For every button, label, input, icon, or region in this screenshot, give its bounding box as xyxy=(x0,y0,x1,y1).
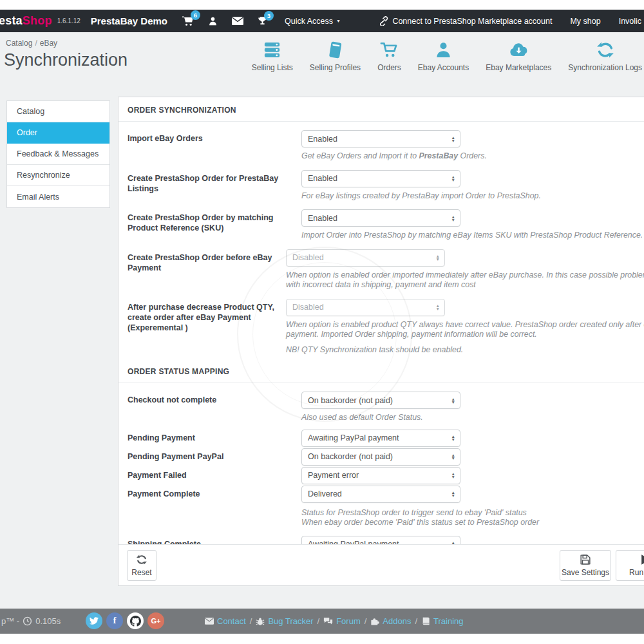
addons-link[interactable]: Addons xyxy=(370,616,411,626)
reset-label: Reset xyxy=(131,568,151,577)
badges-notifications-button[interactable]: 3 xyxy=(258,16,267,26)
play-icon xyxy=(639,554,644,565)
create-order-prestabay-listings-select[interactable]: Enabled ▲▼ xyxy=(301,170,460,187)
section-title-order-status-mapping: ORDER STATUS MAPPING xyxy=(118,359,644,383)
run-task-button[interactable]: Run Task xyxy=(616,550,644,581)
select-value: Payment error xyxy=(308,471,359,480)
quicklink-orders[interactable]: Orders xyxy=(377,41,401,72)
ebay-accounts-icon xyxy=(434,41,453,59)
select-stepper-icon: ▲▼ xyxy=(451,175,455,182)
quicklink-ebay-marketplaces[interactable]: Ebay Marketplaces xyxy=(486,41,551,72)
employee-menu[interactable]: Involic Invol xyxy=(619,17,644,26)
orders-cart-icon xyxy=(379,41,399,59)
marketplace-connect-link[interactable]: Connect to PrestaShop Marketplace accoun… xyxy=(379,16,552,26)
bug-tracker-link[interactable]: Bug Tracker xyxy=(256,616,313,626)
quicklink-synchronization-logs[interactable]: Synchronization Logs xyxy=(568,41,642,72)
payment-failed-select[interactable]: Payment error ▲▼ xyxy=(301,467,460,484)
sidebar-item-catalog[interactable]: Catalog xyxy=(7,101,109,122)
addons-label: Addons xyxy=(383,616,411,626)
quicklink-label: Ebay Accounts xyxy=(418,63,469,72)
messages-notifications-button[interactable] xyxy=(232,17,243,25)
save-floppy-icon xyxy=(580,554,591,565)
save-settings-button[interactable]: Save Settings xyxy=(560,550,611,581)
checkout-not-complete-select[interactable]: On backorder (not paid) ▲▼ xyxy=(301,392,460,409)
bug-icon xyxy=(256,617,265,626)
navbar-right-cluster: Connect to PrestaShop Marketplace accoun… xyxy=(379,16,644,26)
training-link[interactable]: Training xyxy=(421,616,463,626)
contact-label: Contact xyxy=(217,616,246,626)
select-stepper-icon: ▲▼ xyxy=(436,254,440,261)
forum-link[interactable]: Forum xyxy=(323,616,361,626)
payment-complete-select[interactable]: Delivered ▲▼ xyxy=(301,486,460,503)
marketplace-connect-label: Connect to PrestaShop Marketplace accoun… xyxy=(392,17,552,26)
select-stepper-icon: ▲▼ xyxy=(451,453,455,460)
github-icon[interactable] xyxy=(127,612,144,629)
quicklink-ebay-accounts[interactable]: Ebay Accounts xyxy=(418,41,469,72)
facebook-letter: f xyxy=(113,616,117,626)
select-stepper-icon: ▲▼ xyxy=(451,435,455,441)
admin-footer: p™ - 0.105s f G+ xyxy=(0,609,644,634)
field-label: Pending Payment xyxy=(128,430,301,447)
quicklink-label: Ebay Marketplaces xyxy=(486,63,551,72)
sidebar-item-order[interactable]: Order xyxy=(7,122,109,144)
field-label: Pending Payment PayPal xyxy=(128,448,301,466)
create-order-matching-sku-select[interactable]: Enabled ▲▼ xyxy=(301,209,460,227)
select-value: On backorder (not paid) xyxy=(308,452,393,461)
sidebar-item-feedback-messages[interactable]: Feedback & Messages xyxy=(7,144,109,165)
select-value: Enabled xyxy=(308,135,337,144)
field-label: Create PrestaShop Order before eBay Paym… xyxy=(128,249,286,290)
select-value: On backorder (not paid) xyxy=(308,396,393,405)
addons-icon xyxy=(370,617,379,625)
selling-lists-icon xyxy=(262,41,282,59)
shop-name[interactable]: PrestaBay Demo xyxy=(91,15,167,26)
module-quicklinks: Selling Lists Selling Profiles Orders Eb… xyxy=(252,41,642,72)
pending-payment-paypal-select[interactable]: On backorder (not paid) ▲▼ xyxy=(301,448,460,466)
field-label: Create PrestaShop Order for PrestaBay Li… xyxy=(128,170,301,202)
footer-separator: / xyxy=(365,616,367,626)
footer-brand: p™ - xyxy=(1,616,19,626)
form-row-create-order-prestabay-listings: Create PrestaShop Order for PrestaBay Li… xyxy=(128,170,644,202)
form-row-payment-failed: Payment Failed Payment error ▲▼ xyxy=(128,467,644,484)
sidebar-item-resynchronize[interactable]: Resynchronize xyxy=(7,165,109,186)
quick-access-dropdown[interactable]: Quick Access ▼ xyxy=(285,17,341,26)
quicklink-label: Selling Profiles xyxy=(310,63,361,72)
chevron-down-icon: ▼ xyxy=(336,19,341,23)
field-label: Create PrestaShop Order by matching Prod… xyxy=(128,209,301,241)
contact-link[interactable]: Contact xyxy=(205,616,246,626)
sidebar-item-email-alerts[interactable]: Email Alerts xyxy=(7,186,109,207)
logo-text-pink: Shop xyxy=(23,14,52,27)
badges-badge: 3 xyxy=(264,11,274,21)
cart-notifications-button[interactable]: 6 xyxy=(182,15,194,26)
twitter-icon[interactable] xyxy=(86,612,102,629)
import-ebay-orders-select[interactable]: Enabled ▲▼ xyxy=(301,130,460,147)
field-hint: Status for PrestaShop order to trigger s… xyxy=(301,508,539,528)
forum-label: Forum xyxy=(336,616,361,626)
select-stepper-icon: ▲▼ xyxy=(451,136,455,142)
footer-separator: / xyxy=(250,616,252,626)
prestashop-logo[interactable]: estaShop xyxy=(0,14,52,28)
quicklink-selling-profiles[interactable]: Selling Profiles xyxy=(310,41,361,72)
forum-icon xyxy=(323,617,333,625)
select-value: Enabled xyxy=(308,174,337,183)
order-sync-form: Import eBay Orders Enabled ▲▼ Get eBay O… xyxy=(118,122,644,355)
breadcrumb-ebay[interactable]: eBay xyxy=(40,39,57,48)
pending-payment-select[interactable]: Awaiting PayPal payment ▲▼ xyxy=(301,430,460,447)
googleplus-letters: G+ xyxy=(151,617,161,625)
facebook-icon[interactable]: f xyxy=(106,612,123,629)
field-label: Payment Complete xyxy=(128,486,301,528)
field-hint: Import Order into PrestaShop by matching… xyxy=(301,231,643,241)
field-hint-nb: NB! QTY Synchronization task should be e… xyxy=(286,345,644,355)
run-task-label: Run Task xyxy=(629,568,644,577)
field-label: Checkout not complete xyxy=(128,392,301,423)
selling-profiles-icon xyxy=(326,41,345,59)
googleplus-icon[interactable]: G+ xyxy=(147,612,164,629)
customers-notifications-button[interactable] xyxy=(208,16,218,26)
decrease-qty-select: Disabled ▲▼ xyxy=(286,299,445,316)
clock-icon xyxy=(23,616,32,626)
reset-button[interactable]: Reset xyxy=(127,550,156,581)
breadcrumb-catalog[interactable]: Catalog xyxy=(6,39,32,48)
my-shop-link[interactable]: My shop xyxy=(570,17,600,26)
form-row-checkout-not-complete: Checkout not complete On backorder (not … xyxy=(128,392,644,423)
quicklink-selling-lists[interactable]: Selling Lists xyxy=(252,41,293,72)
field-hint: When option is enabled order imported im… xyxy=(286,270,644,290)
